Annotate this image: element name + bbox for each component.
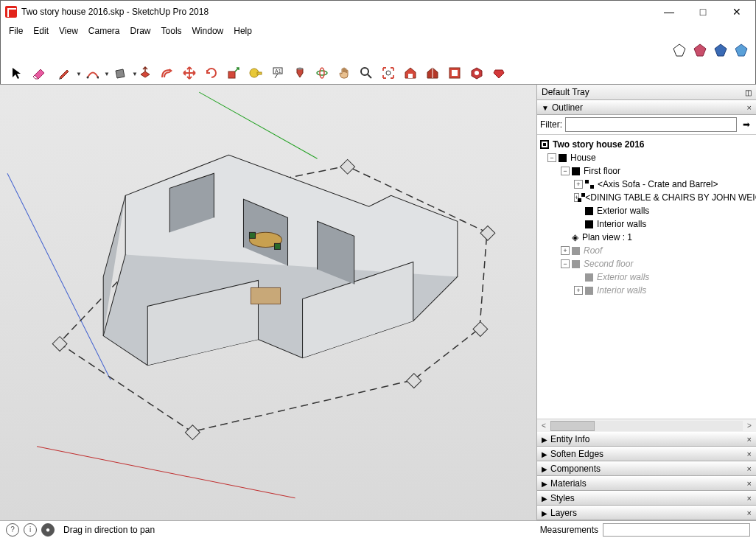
menu-help[interactable]: Help: [228, 24, 257, 38]
collapse-icon: ▼: [542, 104, 549, 112]
close-button[interactable]: ✕: [720, 1, 754, 23]
pin-icon[interactable]: ◫: [745, 88, 752, 97]
close-panel-icon[interactable]: ×: [747, 509, 752, 517]
scroll-right-icon[interactable]: >: [743, 422, 756, 430]
close-panel-icon[interactable]: ×: [747, 464, 752, 473]
tree-int-walls-2[interactable]: +Interior walls: [539, 284, 755, 297]
shaded-icon[interactable]: [692, 42, 708, 58]
svg-rect-32: [275, 243, 281, 249]
close-panel-icon[interactable]: ×: [747, 450, 752, 458]
svg-line-21: [37, 447, 295, 498]
text-tool[interactable]: A1: [267, 63, 288, 83]
svg-rect-27: [480, 226, 495, 240]
shaded-tex-icon[interactable]: [713, 42, 729, 58]
wireframe-icon[interactable]: [671, 42, 687, 58]
scale-tool[interactable]: [223, 63, 244, 83]
zoom-tool[interactable]: [356, 63, 377, 83]
svg-rect-6: [228, 71, 235, 78]
svg-point-19: [475, 71, 479, 75]
tree-dining[interactable]: +<DINING TABLE & CHAIRS BY JOHN WEICK: [539, 191, 755, 204]
svg-rect-18: [452, 70, 458, 76]
zoom-extents-tool[interactable]: [378, 63, 399, 83]
svg-rect-16: [408, 74, 413, 78]
close-panel-icon[interactable]: ×: [747, 435, 752, 444]
arc-tool[interactable]: ▼: [79, 63, 105, 83]
status-bar: ? i ● Drag in direction to pan Measureme…: [0, 520, 756, 538]
3d-viewport[interactable]: [0, 85, 537, 520]
measurements-input[interactable]: [603, 523, 750, 537]
layout-tool[interactable]: [444, 63, 465, 83]
svg-rect-23: [52, 337, 67, 352]
title-bar: Two story house 2016.skp - SketchUp Pro …: [1, 1, 755, 23]
tree-plan-view[interactable]: ◈Plan view : 1: [539, 231, 755, 244]
menu-tools[interactable]: Tools: [156, 24, 187, 38]
info-icon[interactable]: i: [24, 523, 37, 537]
menu-draw[interactable]: Draw: [125, 24, 156, 38]
minimize-button[interactable]: —: [652, 1, 686, 23]
svg-point-11: [297, 68, 303, 70]
tree-ext-walls[interactable]: Exterior walls: [539, 204, 755, 217]
svg-point-12: [317, 71, 327, 75]
orbit-tool[interactable]: [312, 63, 332, 83]
svg-rect-31: [249, 232, 255, 238]
measurements-label: Measurements: [540, 525, 598, 535]
menu-view[interactable]: View: [54, 24, 83, 38]
ruby-tool[interactable]: [489, 63, 509, 83]
move-tool[interactable]: [179, 63, 200, 83]
tree-sofa[interactable]: +<Axis Sofa - Crate and Barrel>: [539, 178, 755, 191]
rotate-tool[interactable]: [201, 63, 222, 83]
eraser-tool[interactable]: [29, 63, 49, 83]
tray-header[interactable]: Default Tray ◫: [537, 85, 756, 100]
close-panel-icon[interactable]: ×: [747, 479, 752, 488]
menu-edit[interactable]: Edit: [28, 24, 54, 38]
panel-soften-edges[interactable]: ▶Soften Edges×: [537, 447, 756, 461]
select-tool[interactable]: [7, 63, 27, 83]
help-icon[interactable]: ?: [6, 523, 19, 537]
pushpull-tool[interactable]: [135, 63, 155, 83]
monochrome-icon[interactable]: [733, 42, 749, 58]
filter-go-icon[interactable]: ➡: [740, 118, 753, 131]
filter-input[interactable]: [565, 117, 737, 132]
maximize-button[interactable]: □: [686, 1, 720, 23]
tree-int-walls[interactable]: Interior walls: [539, 217, 755, 231]
pencil-tool[interactable]: ▼: [51, 63, 77, 83]
extension-tool[interactable]: [466, 63, 487, 83]
panel-materials[interactable]: ▶Materials×: [537, 476, 756, 491]
panel-layers[interactable]: ▶Layers×: [537, 506, 756, 520]
paint-tool[interactable]: [290, 63, 310, 83]
tree-house[interactable]: −House: [539, 151, 755, 164]
warehouse-tool[interactable]: [400, 63, 421, 83]
pan-tool[interactable]: [334, 63, 354, 83]
tape-tool[interactable]: [245, 63, 266, 83]
svg-rect-33: [251, 287, 280, 304]
svg-point-13: [320, 68, 324, 78]
outliner-header[interactable]: ▼ Outliner ×: [537, 100, 756, 115]
svg-rect-8: [257, 72, 262, 74]
tree-ext-walls-2[interactable]: Exterior walls: [539, 270, 755, 284]
svg-text:A1: A1: [275, 69, 281, 74]
panel-entity-info[interactable]: ▶Entity Info×: [537, 432, 756, 447]
panel-styles[interactable]: ▶Styles×: [537, 491, 756, 506]
close-panel-icon[interactable]: ×: [747, 494, 752, 503]
scroll-left-icon[interactable]: <: [537, 422, 550, 430]
offset-tool[interactable]: [157, 63, 178, 83]
rectangle-tool[interactable]: ▼: [107, 63, 133, 83]
scroll-thumb[interactable]: [550, 421, 595, 431]
close-panel-icon[interactable]: ×: [747, 103, 752, 112]
tree-root[interactable]: Two story house 2016: [539, 138, 755, 151]
app-icon: [5, 6, 17, 18]
tree-roof[interactable]: +Roof: [539, 244, 755, 257]
tree-hscroll[interactable]: < >: [537, 419, 756, 432]
svg-marker-3: [735, 44, 747, 56]
svg-point-14: [361, 68, 368, 75]
menu-file[interactable]: File: [4, 24, 28, 38]
view-mode-bar: [1, 39, 755, 61]
panel-components[interactable]: ▶Components×: [537, 461, 756, 476]
user-icon[interactable]: ●: [41, 523, 55, 537]
svg-marker-2: [715, 44, 727, 56]
warehouse2-tool[interactable]: [422, 63, 443, 83]
tree-first-floor[interactable]: −First floor: [539, 164, 755, 178]
menu-camera[interactable]: Camera: [83, 24, 125, 38]
menu-window[interactable]: Window: [187, 24, 229, 38]
tree-second-floor[interactable]: −Second floor: [539, 257, 755, 270]
